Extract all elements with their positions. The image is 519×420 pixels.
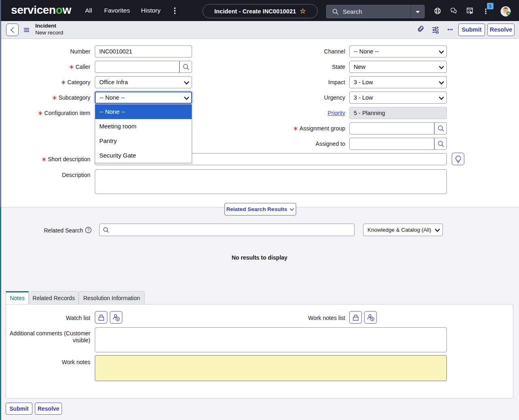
svg-text:?: ? [87,228,90,232]
